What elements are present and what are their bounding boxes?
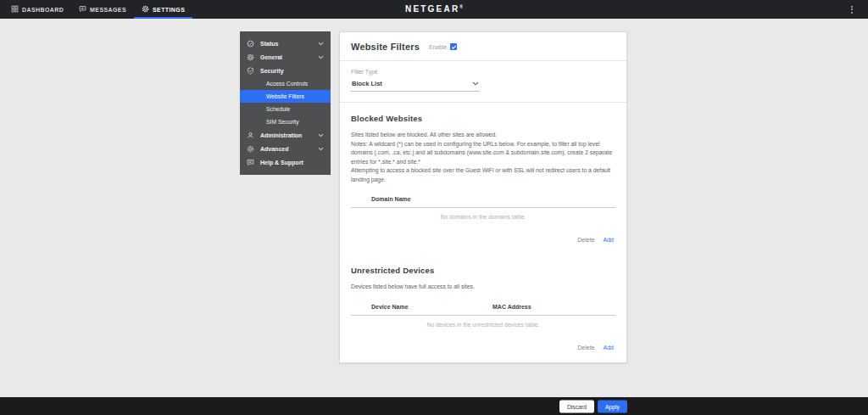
registered-mark: ® xyxy=(459,4,463,9)
tab-label: SETTINGS xyxy=(153,7,185,13)
sidebar-item-website-filters[interactable]: Website Filters xyxy=(240,90,331,103)
enable-checkbox[interactable] xyxy=(450,43,457,50)
unrestricted-devices-section: Unrestricted Devices Devices listed belo… xyxy=(340,255,626,362)
sidebar-item-label: Administration xyxy=(260,132,302,138)
delete-link[interactable]: Delete xyxy=(577,345,594,351)
table-actions: Delete Add xyxy=(351,223,615,250)
check-icon xyxy=(451,44,457,50)
tab-settings[interactable]: SETTINGS xyxy=(134,0,192,19)
dashboard-icon xyxy=(11,5,19,14)
tab-label: DASHBOARD xyxy=(22,7,64,13)
netgear-logo: NETGEAR® xyxy=(405,4,463,14)
column-header-device-name: Device Name xyxy=(371,304,492,310)
description-line: Devices listed below have full access to… xyxy=(351,283,615,292)
sidebar-item-label: Security xyxy=(260,68,284,74)
panel-header: Website Filters Enable xyxy=(340,32,626,61)
filter-type-label: Filter Type xyxy=(351,69,615,75)
table-header-row: Device Name MAC Address xyxy=(351,301,615,316)
add-link[interactable]: Add xyxy=(604,237,614,243)
sidebar-item-access-controls[interactable]: Access Controls xyxy=(240,77,331,90)
sidebar-item-advanced[interactable]: Advanced xyxy=(240,142,331,155)
page-title: Website Filters xyxy=(351,42,420,52)
sidebar-item-label: General xyxy=(260,54,282,60)
table-actions: Delete Add xyxy=(351,331,615,357)
website-filters-panel: Website Filters Enable Filter Type Block… xyxy=(339,31,627,363)
blocked-websites-description: Sites listed below are blocked. All othe… xyxy=(351,131,615,184)
gear-icon xyxy=(247,145,254,153)
top-tabs: DASHBOARD MESSAGES SETTINGS xyxy=(0,0,192,19)
shield-check-icon xyxy=(247,67,254,75)
sidebar-item-help-support[interactable]: Help & Support xyxy=(240,155,331,169)
gear-icon xyxy=(247,53,254,61)
sidebar-subitem-label: SIM Security xyxy=(266,119,299,125)
discard-button[interactable]: Discard xyxy=(559,400,594,412)
chat-bubble-icon xyxy=(247,159,254,166)
chevron-down-icon xyxy=(318,42,324,46)
filter-type-section: Filter Type Block List xyxy=(340,61,626,103)
tab-messages[interactable]: MESSAGES xyxy=(71,0,134,19)
filter-type-value: Block List xyxy=(352,80,382,87)
sidebar-item-sim-security[interactable]: SIM Security xyxy=(240,115,331,128)
unrestricted-devices-description: Devices listed below have full access to… xyxy=(351,283,615,292)
empty-state-text: No domains in the domains table. xyxy=(351,208,615,223)
sidebar-item-administration[interactable]: Administration xyxy=(240,128,331,142)
sidebar-item-label: Help & Support xyxy=(260,160,303,165)
table-header-row: Domain Name xyxy=(351,193,615,208)
enable-label: Enable xyxy=(429,44,447,50)
delete-link[interactable]: Delete xyxy=(577,237,594,243)
apply-button[interactable]: Apply xyxy=(598,400,627,412)
description-line: Sites listed below are blocked. All othe… xyxy=(351,131,615,140)
chevron-down-icon xyxy=(318,55,324,59)
sidebar-subitem-label: Schedule xyxy=(266,106,290,112)
content-area: Status General Security xyxy=(240,31,627,363)
sidebar-item-label: Status xyxy=(260,41,278,47)
footer-bar: Discard Apply xyxy=(0,397,868,415)
kebab-menu-icon[interactable] xyxy=(846,3,858,15)
messages-icon xyxy=(79,5,86,14)
chevron-down-icon xyxy=(318,133,324,137)
status-check-circle-icon xyxy=(247,40,254,48)
blocked-websites-title: Blocked Websites xyxy=(351,114,615,123)
empty-state-text: No devices in the unrestricted devices t… xyxy=(351,316,615,331)
filter-type-select[interactable]: Block List xyxy=(351,78,480,92)
settings-icon xyxy=(142,5,149,14)
sidebar-item-security[interactable]: Security xyxy=(240,64,331,77)
tab-label: MESSAGES xyxy=(90,7,126,13)
chevron-down-icon xyxy=(472,81,479,86)
blocked-websites-section: Blocked Websites Sites listed below are … xyxy=(340,103,626,255)
footer-actions: Discard Apply xyxy=(559,400,627,412)
blocked-domains-table: Domain Name No domains in the domains ta… xyxy=(351,193,615,250)
enable-control: Enable xyxy=(429,43,457,50)
sidebar: Status General Security xyxy=(240,31,331,175)
unrestricted-devices-title: Unrestricted Devices xyxy=(351,266,615,275)
sidebar-item-label: Advanced xyxy=(260,146,288,152)
chevron-down-icon xyxy=(318,147,324,151)
sidebar-item-schedule[interactable]: Schedule xyxy=(240,103,331,115)
description-line: Attempting to access a blocked site over… xyxy=(351,166,615,184)
sidebar-item-status[interactable]: Status xyxy=(240,36,331,50)
sidebar-subitem-label: Website Filters xyxy=(266,93,304,99)
tab-dashboard[interactable]: DASHBOARD xyxy=(3,0,71,19)
column-header-domain-name: Domain Name xyxy=(371,196,492,202)
top-bar: DASHBOARD MESSAGES SETTINGS NETGEAR® xyxy=(0,0,868,19)
description-line: Notes: A wildcard (*) can be used in con… xyxy=(351,140,615,167)
column-header-mac-address: MAC Address xyxy=(492,304,615,310)
unrestricted-devices-table: Device Name MAC Address No devices in th… xyxy=(351,301,615,357)
person-icon xyxy=(247,132,254,139)
sidebar-item-general[interactable]: General xyxy=(240,50,331,64)
sidebar-subitem-label: Access Controls xyxy=(266,81,308,87)
add-link[interactable]: Add xyxy=(604,345,614,351)
